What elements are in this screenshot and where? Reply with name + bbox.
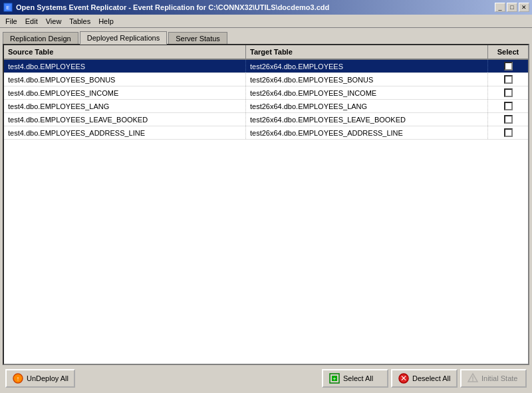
table-row[interactable]: test4.dbo.EMPLOYEES_INCOME test26x64.dbo…	[4, 86, 528, 100]
source-cell: test4.dbo.EMPLOYEES_INCOME	[4, 86, 246, 99]
target-cell: test26x64.dbo.EMPLOYEES_INCOME	[246, 86, 488, 99]
title-bar: E Open Systems Event Replicator - Event …	[0, 0, 532, 15]
svg-point-11	[472, 380, 473, 382]
select-all-icon: +	[329, 372, 340, 384]
window-controls: _ □ ✕	[495, 3, 529, 12]
svg-text:+: +	[332, 376, 336, 382]
table-row[interactable]: test4.dbo.EMPLOYEES_BONUS test26x64.dbo.…	[4, 73, 528, 86]
bottom-left: ↑ UnDeploy All	[5, 369, 75, 388]
col-header-source: Source Table	[4, 45, 246, 59]
undeploy-all-button[interactable]: ↑ UnDeploy All	[5, 369, 75, 388]
menu-bar: File Edit View Tables Help	[0, 15, 532, 28]
target-cell: test26x64.dbo.EMPLOYEES	[246, 60, 488, 72]
initial-state-label: Initial State	[481, 374, 517, 382]
target-cell: test26x64.dbo.EMPLOYEES_BONUS	[246, 73, 488, 86]
svg-text:✕: ✕	[400, 374, 407, 383]
minimize-button[interactable]: _	[495, 3, 505, 12]
window-title: Open Systems Event Replicator - Event Re…	[16, 3, 329, 11]
select-checkbox[interactable]	[504, 75, 513, 84]
table-row[interactable]: test4.dbo.EMPLOYEES_LANG test26x64.dbo.E…	[4, 100, 528, 113]
col-header-select: Select	[488, 45, 528, 59]
tab-replication-design[interactable]: Replication Design	[3, 32, 78, 45]
source-cell: test4.dbo.EMPLOYEES	[4, 60, 246, 72]
close-button[interactable]: ✕	[519, 3, 529, 12]
table-row[interactable]: test4.dbo.EMPLOYEES_ADDRESS_LINE test26x…	[4, 126, 528, 140]
target-cell: test26x64.dbo.EMPLOYEES_LANG	[246, 100, 488, 112]
tab-deployed-replications[interactable]: Deployed Replications	[80, 31, 167, 45]
select-all-button[interactable]: + Select All	[322, 369, 388, 388]
menu-view[interactable]: View	[42, 16, 66, 27]
target-cell: test26x64.dbo.EMPLOYEES_ADDRESS_LINE	[246, 126, 488, 139]
menu-help[interactable]: Help	[94, 16, 118, 27]
undeploy-icon: ↑	[12, 372, 24, 384]
select-checkbox[interactable]	[504, 128, 513, 137]
maximize-button[interactable]: □	[507, 3, 517, 12]
initial-state-icon	[467, 372, 479, 384]
deselect-icon: ✕	[398, 372, 410, 384]
svg-text:↑: ↑	[17, 375, 20, 382]
select-checkbox[interactable]	[504, 102, 513, 110]
bottom-bar: ↑ UnDeploy All + Select All	[3, 365, 529, 390]
menu-edit[interactable]: Edit	[21, 16, 42, 27]
tab-bar: Replication Design Deployed Replications…	[3, 31, 529, 44]
table-row[interactable]: test4.dbo.EMPLOYEES test26x64.dbo.EMPLOY…	[4, 60, 528, 73]
source-cell: test4.dbo.EMPLOYEES_LEAVE_BOOKED	[4, 113, 246, 126]
tab-content: Source Table Target Table Select test4.d…	[3, 44, 529, 365]
select-cell[interactable]	[488, 60, 528, 72]
select-cell[interactable]	[488, 113, 528, 126]
main-window: Replication Design Deployed Replications…	[0, 28, 532, 393]
table-body: test4.dbo.EMPLOYEES test26x64.dbo.EMPLOY…	[4, 60, 528, 364]
select-checkbox[interactable]	[504, 88, 513, 97]
right-buttons: + Select All ✕ Deselect All	[322, 369, 527, 388]
select-checkbox[interactable]	[504, 62, 513, 70]
source-cell: test4.dbo.EMPLOYEES_LANG	[4, 100, 246, 112]
undeploy-all-label: UnDeploy All	[27, 374, 68, 382]
select-cell[interactable]	[488, 73, 528, 86]
select-cell[interactable]	[488, 86, 528, 99]
target-cell: test26x64.dbo.EMPLOYEES_LEAVE_BOOKED	[246, 113, 488, 126]
app-icon: E	[3, 2, 13, 13]
menu-file[interactable]: File	[1, 16, 21, 27]
select-cell[interactable]	[488, 126, 528, 139]
deselect-all-label: Deselect All	[412, 374, 450, 382]
svg-text:E: E	[6, 5, 9, 11]
source-cell: test4.dbo.EMPLOYEES_ADDRESS_LINE	[4, 126, 246, 139]
tab-server-status[interactable]: Server Status	[168, 32, 227, 45]
select-checkbox[interactable]	[504, 115, 513, 124]
select-cell[interactable]	[488, 100, 528, 112]
source-cell: test4.dbo.EMPLOYEES_BONUS	[4, 73, 246, 86]
table-row[interactable]: test4.dbo.EMPLOYEES_LEAVE_BOOKED test26x…	[4, 113, 528, 126]
initial-state-button[interactable]: Initial State	[460, 369, 527, 388]
menu-tables[interactable]: Tables	[65, 16, 94, 27]
deselect-all-button[interactable]: ✕ Deselect All	[391, 369, 458, 388]
select-all-label: Select All	[343, 374, 373, 382]
col-header-target: Target Table	[246, 45, 488, 59]
table-header: Source Table Target Table Select	[4, 45, 528, 60]
